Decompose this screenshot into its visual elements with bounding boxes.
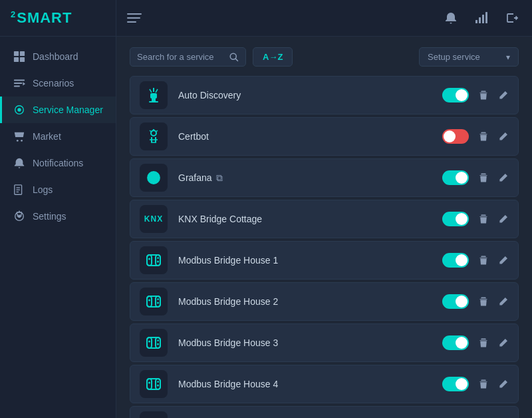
edit-icon[interactable] — [498, 90, 509, 101]
svg-rect-6 — [14, 86, 20, 87]
service-row: Modbus Bridge House 1 — [130, 241, 519, 280]
service-toggle[interactable] — [442, 294, 469, 309]
service-name: Modbus Bridge House 1 — [178, 255, 442, 266]
edit-icon[interactable] — [498, 296, 509, 307]
sidebar-item-market[interactable]: Market — [0, 123, 116, 150]
sidebar: 2SMART Dashboard Scenarios Service Manag… — [0, 0, 116, 418]
service-toolbar: A→Z Setup service ▾ — [130, 47, 519, 67]
svg-rect-66 — [156, 379, 160, 389]
sidebar-item-settings[interactable]: Settings — [0, 203, 116, 230]
service-list: Auto Discovery — [130, 76, 519, 418]
logo-text: 2SMART — [11, 9, 72, 27]
content-area: A→Z Setup service ▾ — [116, 37, 532, 418]
service-toggle[interactable] — [442, 253, 469, 268]
svg-rect-28 — [152, 99, 156, 101]
svg-point-11 — [21, 140, 23, 142]
svg-rect-21 — [485, 12, 487, 23]
edit-icon[interactable] — [498, 131, 509, 142]
svg-point-39 — [152, 176, 155, 179]
setup-service-dropdown[interactable]: Setup service ▾ — [419, 47, 519, 67]
service-icon-modbus-4 — [140, 370, 168, 398]
external-link-icon[interactable]: ⧉ — [216, 172, 223, 184]
edit-icon[interactable] — [498, 214, 509, 224]
svg-point-30 — [151, 130, 156, 136]
sidebar-item-scenarios[interactable]: Scenarios — [0, 70, 116, 97]
edit-icon[interactable] — [498, 379, 509, 389]
service-actions — [442, 335, 509, 350]
sidebar-nav: Dashboard Scenarios Service Manager Mark… — [0, 37, 116, 236]
svg-rect-63 — [158, 339, 159, 341]
service-name: KNX Bridge Cottage — [178, 214, 442, 224]
search-icon[interactable] — [229, 52, 239, 62]
logs-icon — [13, 183, 26, 196]
chevron-down-icon: ▾ — [506, 53, 510, 62]
service-icon-auto-discovery — [140, 81, 168, 109]
edit-icon[interactable] — [498, 337, 509, 348]
service-toggle[interactable] — [442, 170, 469, 185]
bell-icon[interactable] — [442, 9, 460, 27]
svg-rect-20 — [482, 15, 484, 23]
service-actions — [442, 129, 509, 144]
svg-rect-3 — [20, 57, 25, 62]
svg-rect-65 — [147, 379, 152, 389]
logo: 2SMART — [0, 0, 116, 37]
sort-button[interactable]: A→Z — [253, 47, 293, 67]
service-icon-certbot — [140, 122, 168, 150]
service-actions — [442, 88, 509, 103]
svg-rect-29 — [149, 101, 158, 103]
service-name: Modbus Bridge House 2 — [178, 296, 442, 307]
service-toggle[interactable] — [442, 335, 469, 350]
delete-icon[interactable] — [478, 172, 489, 183]
topbar — [116, 0, 532, 37]
delete-icon[interactable] — [478, 379, 489, 389]
svg-rect-4 — [14, 80, 25, 81]
logout-icon[interactable] — [503, 9, 521, 27]
svg-rect-44 — [147, 255, 152, 266]
svg-point-68 — [157, 385, 159, 387]
signal-icon[interactable] — [472, 9, 491, 27]
delete-icon[interactable] — [478, 131, 489, 142]
service-toggle[interactable] — [442, 88, 469, 103]
toolbar-left: A→Z — [130, 47, 293, 67]
service-row: Grafana ⧉ — [130, 158, 519, 197]
svg-rect-45 — [156, 255, 160, 266]
delete-icon[interactable] — [478, 337, 489, 348]
service-icon-modbus-cottage — [140, 411, 168, 418]
service-row: Modbus Bridge Cottage — [130, 406, 519, 418]
svg-line-26 — [156, 89, 158, 93]
hamburger-menu[interactable] — [127, 13, 142, 23]
svg-line-41 — [158, 174, 159, 175]
service-name: Grafana ⧉ — [178, 172, 442, 184]
service-icon-knx: KNX — [140, 205, 168, 233]
sidebar-item-logs[interactable]: Logs — [0, 176, 116, 203]
svg-rect-0 — [14, 51, 19, 56]
sidebar-item-notifications[interactable]: Notifications — [0, 150, 116, 176]
delete-icon[interactable] — [478, 214, 489, 224]
svg-point-53 — [148, 300, 150, 302]
sidebar-item-label: Scenarios — [33, 78, 74, 89]
svg-line-23 — [235, 59, 237, 61]
svg-point-60 — [148, 341, 150, 343]
svg-point-10 — [17, 140, 19, 142]
service-icon-modbus-2 — [140, 288, 168, 315]
sidebar-item-label: Logs — [33, 184, 53, 195]
sidebar-item-label: Notifications — [33, 158, 83, 168]
service-toggle[interactable] — [442, 129, 469, 144]
delete-icon[interactable] — [478, 90, 489, 101]
service-toggle[interactable] — [442, 377, 469, 391]
svg-rect-15 — [17, 192, 19, 192]
search-input[interactable] — [137, 52, 223, 62]
edit-icon[interactable] — [498, 255, 509, 266]
delete-icon[interactable] — [478, 296, 489, 307]
svg-rect-49 — [158, 257, 159, 259]
dashboard-icon — [13, 50, 26, 63]
sidebar-item-dashboard[interactable]: Dashboard — [0, 43, 116, 70]
search-box[interactable] — [130, 47, 246, 67]
service-toggle[interactable] — [442, 212, 469, 226]
sidebar-item-service-manager[interactable]: Service Manager — [0, 97, 116, 123]
delete-icon[interactable] — [478, 255, 489, 266]
svg-rect-5 — [14, 83, 23, 84]
edit-icon[interactable] — [498, 172, 509, 183]
svg-rect-19 — [479, 17, 481, 23]
svg-rect-43 — [147, 255, 160, 266]
